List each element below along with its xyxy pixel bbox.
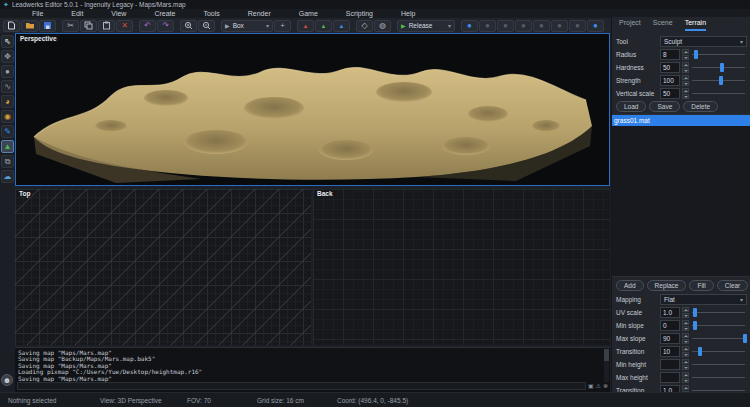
radius-field[interactable]: 8 xyxy=(660,49,680,60)
console-messages-icon[interactable]: ▣ xyxy=(588,383,594,389)
console-errors-icon[interactable]: ⊗ xyxy=(603,383,608,389)
radius-slider[interactable] xyxy=(691,49,747,60)
radius-stepper[interactable] xyxy=(682,49,689,60)
hardness-field[interactable]: 50 xyxy=(660,62,680,73)
align-y-button[interactable]: ▲ xyxy=(315,20,332,32)
snap-toggle-button[interactable]: ◇ xyxy=(356,20,373,32)
slider-thumb[interactable] xyxy=(694,50,698,59)
fill-button[interactable]: Fill xyxy=(689,280,713,291)
delete-button[interactable]: ✕ xyxy=(116,20,133,32)
render-mode-4-button[interactable]: ● xyxy=(515,20,532,32)
uv-scale-field[interactable]: 1.0 xyxy=(660,307,680,318)
new-map-button[interactable] xyxy=(3,20,20,32)
cloud-tool-button[interactable]: ☁ xyxy=(1,170,14,183)
menu-render[interactable]: Render xyxy=(234,10,285,17)
copy-button[interactable] xyxy=(80,20,97,32)
strength-field[interactable]: 100 xyxy=(660,75,680,86)
slider-thumb[interactable] xyxy=(698,347,702,356)
menu-tools[interactable]: Tools xyxy=(189,10,233,17)
menu-game[interactable]: Game xyxy=(285,10,332,17)
render-mode-5-button[interactable]: ● xyxy=(533,20,550,32)
cut-button[interactable]: ✂ xyxy=(62,20,79,32)
top-viewport[interactable]: Top xyxy=(15,189,311,345)
console-scrollbar[interactable] xyxy=(604,349,609,382)
tab-project[interactable]: Project xyxy=(619,19,641,31)
add-button[interactable]: Add xyxy=(616,280,644,291)
menu-view[interactable]: View xyxy=(97,10,140,17)
strength-stepper[interactable] xyxy=(682,75,689,86)
uv-scale-stepper[interactable] xyxy=(682,307,689,318)
move-tool-button[interactable]: ✥ xyxy=(1,50,14,63)
menu-create[interactable]: Create xyxy=(140,10,189,17)
material-tool-button[interactable]: ◕ xyxy=(1,95,14,108)
menu-scripting[interactable]: Scripting xyxy=(332,10,387,17)
clear-button[interactable]: Clear xyxy=(717,280,749,291)
zoom-in-button[interactable] xyxy=(180,20,197,32)
slider-thumb[interactable] xyxy=(720,63,724,72)
save-map-button[interactable] xyxy=(39,20,56,32)
redo-button[interactable]: ↷ xyxy=(157,20,174,32)
select-tool-button[interactable]: ⇖ xyxy=(1,35,14,48)
vertical-scale-field[interactable]: 50 xyxy=(660,88,680,99)
transition-field[interactable]: 10 xyxy=(660,346,680,357)
transition-stepper[interactable] xyxy=(682,346,689,357)
slider-thumb[interactable] xyxy=(693,308,697,317)
transition-slider[interactable] xyxy=(691,346,747,357)
max-slope-stepper[interactable] xyxy=(682,333,689,344)
align-z-button[interactable]: ▲ xyxy=(333,20,350,32)
delete-button[interactable]: Delete xyxy=(683,101,718,112)
back-viewport[interactable]: Back xyxy=(313,189,610,345)
menu-edit[interactable]: Edit xyxy=(57,10,97,17)
tab-terrain[interactable]: Terrain xyxy=(685,19,706,31)
menu-help[interactable]: Help xyxy=(387,10,429,17)
vertical-scale-stepper[interactable] xyxy=(682,88,689,99)
max-slope-field[interactable]: 90 xyxy=(660,333,680,344)
menu-file[interactable]: File xyxy=(18,10,57,17)
undo-button[interactable]: ↶ xyxy=(139,20,156,32)
min-height-field[interactable] xyxy=(660,359,680,370)
tab-scene[interactable]: Scene xyxy=(653,19,673,31)
slider-thumb[interactable] xyxy=(743,334,747,343)
paste-button[interactable] xyxy=(98,20,115,32)
save-button[interactable]: Save xyxy=(649,101,680,112)
max-height-stepper[interactable] xyxy=(682,372,689,383)
min-slope-stepper[interactable] xyxy=(682,320,689,331)
sphere-tool-button[interactable]: ● xyxy=(1,65,14,78)
render-mode-8-button[interactable]: ● xyxy=(587,20,604,32)
material-list-item-selected[interactable]: grass01.mat xyxy=(612,115,750,126)
open-map-button[interactable] xyxy=(21,20,38,32)
hardness-slider[interactable] xyxy=(691,62,747,73)
render-mode-3-button[interactable]: ● xyxy=(497,20,514,32)
render-mode-6-button[interactable]: ● xyxy=(551,20,568,32)
min-slope-slider[interactable] xyxy=(691,320,747,331)
primitive-combo[interactable]: ▶ Box ▾ xyxy=(221,20,273,32)
strength-slider[interactable] xyxy=(691,75,747,86)
terrain-tool-button[interactable]: ▲ xyxy=(1,140,14,153)
run-config-combo[interactable]: ▶ Release ▾ xyxy=(397,20,455,32)
align-x-button[interactable]: ▲ xyxy=(297,20,314,32)
tool-select[interactable]: Sculpt ▾ xyxy=(660,36,747,47)
grid-toggle-button[interactable]: ◍ xyxy=(374,20,391,32)
render-mode-1-button[interactable]: ● xyxy=(461,20,478,32)
zoom-out-button[interactable] xyxy=(198,20,215,32)
min-slope-field[interactable]: 0 xyxy=(660,320,680,331)
console-warnings-icon[interactable]: ⚠ xyxy=(596,383,601,389)
add-object-button[interactable]: + xyxy=(274,20,291,32)
slider-thumb[interactable] xyxy=(693,321,697,330)
paint-tool-button[interactable]: ✎ xyxy=(1,125,14,138)
load-button[interactable]: Load xyxy=(616,101,646,112)
render-mode-7-button[interactable]: ● xyxy=(569,20,586,32)
max-height-field[interactable] xyxy=(660,372,680,383)
min-height-stepper[interactable] xyxy=(682,359,689,370)
max-slope-slider[interactable] xyxy=(691,333,747,344)
console-input[interactable] xyxy=(17,382,586,390)
render-mode-2-button[interactable]: ● xyxy=(479,20,496,32)
mapping-select[interactable]: Flat ▾ xyxy=(660,294,747,305)
perspective-viewport[interactable]: Perspective xyxy=(15,33,610,186)
uv-scale-slider[interactable] xyxy=(691,307,747,318)
sculpt-tool-button[interactable]: ∿ xyxy=(1,80,14,93)
flowgraph-tool-button[interactable]: ⧉ xyxy=(1,155,14,168)
replace-button[interactable]: Replace xyxy=(647,280,687,291)
user-avatar[interactable]: ☻ xyxy=(1,374,13,386)
scrollbar-thumb[interactable] xyxy=(604,349,609,361)
